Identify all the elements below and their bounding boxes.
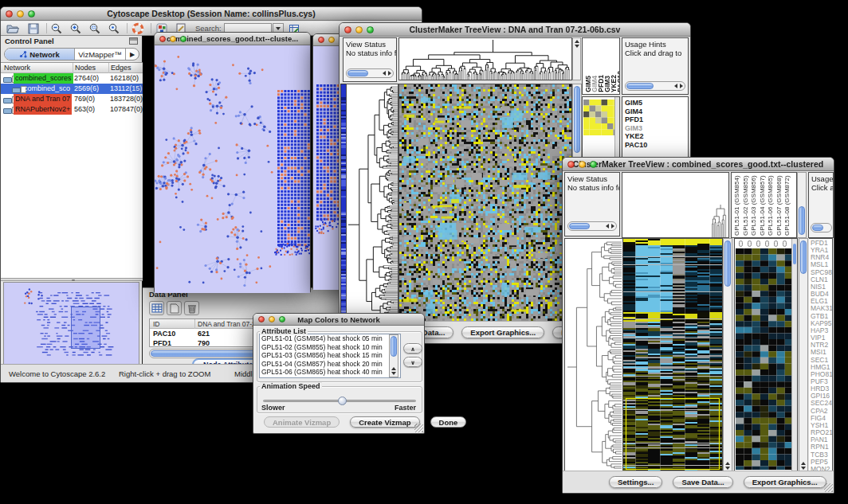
row-label[interactable]: GIM3 [625,124,688,133]
usage-hints-hscrollbar[interactable] [625,81,685,91]
network-row[interactable]: RNAPuberNov2+ 563(0) 107847(0) [1,104,143,115]
attribute-item[interactable]: GPL51-02 (GSM855) heat shock 10 min [260,343,400,352]
help-lifering-icon[interactable] [132,22,144,35]
panel-splitter[interactable] [1,278,143,281]
resize-grip[interactable] [824,483,833,492]
dialog-button[interactable]: Done [430,416,467,428]
delete-attribute-icon[interactable] [184,301,199,315]
tab-vizmapper[interactable]: VizMapper™ [75,49,126,60]
zoom-heatmap-pane[interactable] [734,238,798,472]
zoom-out-icon[interactable] [50,22,63,35]
column-label[interactable]: PAC10 [616,71,620,92]
zoom-scroll-track[interactable] [791,239,797,471]
attribute-item[interactable]: GPL51-04 (GSM857) heat shock 20 min [260,360,400,369]
column-labels-panel[interactable]: GIM5GIM4PFD1GIM3YKE2PAC10 [582,37,620,95]
column-tree-scrollbar[interactable] [572,37,581,80]
open-folder-icon[interactable] [6,22,19,35]
network-row[interactable]: combined_sco 2569(6) 13112(15) [1,84,143,94]
attribute-item[interactable]: GPL51-03 (GSM856) heat shock 15 min [260,351,400,360]
resize-grip[interactable] [414,424,423,432]
close-icon[interactable] [318,37,324,43]
row-label[interactable]: GIM5 [625,99,688,107]
network-row[interactable]: DNA and Tran 07 769(0) 183728(0) [1,94,143,104]
minimize-icon[interactable] [269,316,275,322]
column-label[interactable]: GPL51-02 (GSM855) [742,174,751,236]
column-label[interactable]: PFD1 [597,75,603,92]
dialog-titlebar[interactable]: Map Colors to Network [253,314,424,326]
minimize-icon[interactable] [355,26,363,33]
treeview1-titlebar[interactable]: ClusterMaker TreeView : DNA and Tran 07-… [340,23,690,37]
column-label[interactable]: GPL51-06 (GSM865) [767,174,775,236]
treeview2-button[interactable]: Export Graphics... [744,476,826,488]
close-icon[interactable] [344,26,351,33]
zoom-window-icon[interactable] [28,10,35,18]
minimize-icon[interactable] [170,36,176,42]
column-label[interactable]: GPL51-04 (GSM857) [759,174,768,236]
row-label[interactable]: GIM4 [625,107,688,116]
animation-speed-slider[interactable] [263,400,416,402]
network-overview-canvas[interactable] [4,283,139,365]
zoom-window-icon[interactable] [279,316,285,322]
row-dendrogram-pane[interactable] [564,238,623,472]
dialog-button[interactable]: Create Vizmap [350,416,419,428]
zoom-window-icon[interactable] [180,36,186,42]
column-label[interactable]: GPL51-08 (GSM872) [783,174,792,236]
move-down-button[interactable]: ∨ [403,357,422,367]
column-label[interactable]: GPL51-03 (GSM856) [750,174,759,236]
save-icon[interactable] [27,22,40,35]
attribute-item[interactable]: GPL51-01 (GSM854) heat shock 05 min [260,334,400,343]
close-icon[interactable] [159,36,166,42]
minimize-icon[interactable] [17,10,24,18]
attribute-list[interactable]: GPL51-01 (GSM854) heat shock 05 minGPL51… [259,334,401,378]
attribute-item[interactable]: GPL51-06 (GSM865) heat shock 40 min [260,368,400,377]
minimize-icon[interactable] [579,161,586,168]
column-label[interactable]: GPL51-01 (GSM854) [733,174,742,236]
new-attribute-icon[interactable] [167,301,182,315]
treeview1-button[interactable]: Export Graphics... [461,326,544,338]
view-status-hscrollbar[interactable] [567,221,617,231]
tab-network[interactable]: Network [5,49,75,60]
network-view-titlebar[interactable]: combined_scores_good.txt--cluste... [155,33,310,45]
column-label[interactable]: GIM4 [591,76,597,92]
heatmap-pane[interactable] [622,238,723,472]
zoom-window-icon[interactable] [367,26,374,33]
treeview2-titlebar[interactable]: ClusterMaker TreeView : combined_scores_… [563,158,834,171]
dialog-button[interactable]: Animate Vizmap [264,416,340,428]
zoom-fit-icon[interactable] [88,22,101,35]
gene-list[interactable]: PFD1YRA1RNR4MSL1SPC98CLN1NIS1BUD4ELG1MAK… [809,238,833,472]
column-dendrogram-pane[interactable] [398,37,572,80]
row-label[interactable]: PAC10 [625,141,688,150]
column-label[interactable]: GPL51-07 (GSM868) [775,174,784,236]
treeview2-button[interactable]: Save Data... [673,476,732,488]
heatmap-vscrollbar[interactable] [723,238,732,472]
attribute-item[interactable]: GPL51-07 (GSM868) heat shock 60 min [260,377,400,378]
view-status-hscrollbar[interactable] [346,68,394,78]
row-label[interactable]: PFD1 [625,115,688,124]
gene-list-vscrollbar[interactable] [799,238,808,472]
column-labels-panel[interactable]: GPL51-01 (GSM854)GPL51-02 (GSM855)GPL51-… [731,172,797,238]
network-row[interactable]: combined_scores 2764(0) 16218(0) [1,73,143,84]
row-dendrogram-pane[interactable] [346,84,398,322]
minimize-icon[interactable] [328,37,335,43]
float-panel-icon[interactable] [129,37,138,45]
attribute-list-vscrollbar[interactable] [389,334,398,377]
slider-thumb[interactable] [338,397,347,405]
heatmap-pane[interactable] [398,84,572,322]
network-table-header[interactable]: Network Nodes Edges [1,63,143,73]
network-view-canvas[interactable] [155,45,310,293]
close-icon[interactable] [567,161,575,168]
window-controls[interactable] [6,10,35,18]
column-labels-vscrollbar[interactable] [797,172,807,238]
column-label[interactable]: GIM5 [584,76,591,92]
zoom-window-icon[interactable] [590,161,597,168]
attribute-table-icon[interactable] [149,301,164,315]
move-up-button[interactable]: ∧ [403,343,422,354]
column-label[interactable]: YKE2 [610,75,616,92]
zoom-in-icon[interactable] [69,22,82,35]
row-label[interactable]: YKE2 [625,132,688,141]
zoom-selected-icon[interactable] [108,22,120,35]
usage-hints-hscrollbar[interactable] [811,223,832,232]
column-label[interactable]: GIM3 [603,76,610,92]
network-overview-panel[interactable] [3,282,139,365]
close-icon[interactable] [6,10,13,18]
